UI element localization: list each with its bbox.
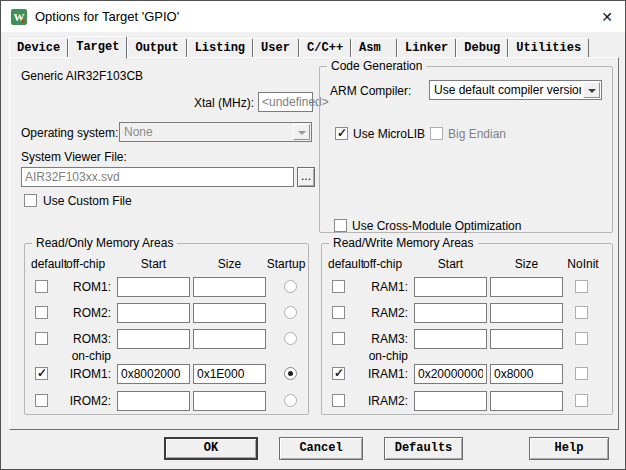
column-header-offchip: off-chip: [363, 257, 402, 271]
irom1-label: IROM1:: [67, 367, 111, 381]
code-generation-title: Code Generation: [327, 59, 426, 73]
ram2-size-input[interactable]: [490, 303, 563, 323]
iram1-size-input[interactable]: [490, 364, 563, 384]
ram1-start-input[interactable]: [414, 277, 487, 297]
ram3-noinit-checkbox[interactable]: [575, 332, 588, 345]
tab-utilities[interactable]: Utilities: [508, 38, 589, 58]
defaults-button[interactable]: Defaults: [384, 437, 463, 460]
ram2-default-checkbox[interactable]: [332, 306, 345, 319]
iram2-size-input[interactable]: [490, 391, 563, 411]
ram3-label: RAM3:: [364, 332, 408, 346]
iram1-start-input[interactable]: [414, 364, 487, 384]
irom2-start-input[interactable]: [117, 391, 190, 411]
arm-compiler-select[interactable]: Use default compiler version 5: [429, 80, 602, 100]
xtal-input[interactable]: <undefined>: [258, 92, 313, 112]
irom2-startup-radio[interactable]: [284, 394, 297, 407]
column-header-start: Start: [117, 257, 190, 271]
onchip-label: on-chip: [364, 349, 408, 363]
dialog-title: Options for Target 'GPIO': [35, 9, 179, 24]
ram3-size-input[interactable]: [490, 329, 563, 349]
tab-device[interactable]: Device: [9, 38, 68, 58]
ram2-noinit-checkbox[interactable]: [575, 306, 588, 319]
rom3-label: ROM3:: [67, 332, 111, 346]
cross-module-optimization-checkbox[interactable]: [334, 219, 347, 232]
rom1-start-input[interactable]: [117, 277, 190, 297]
tab-ccpp[interactable]: C/C++: [299, 38, 351, 58]
iram2-start-input[interactable]: [414, 391, 487, 411]
titlebar: W Options for Target 'GPIO' ✕: [1, 1, 625, 32]
cancel-button[interactable]: Cancel: [279, 437, 363, 460]
ram1-size-input[interactable]: [490, 277, 563, 297]
rom2-startup-radio[interactable]: [284, 306, 297, 319]
rom2-start-input[interactable]: [117, 303, 190, 323]
column-header-default: default: [31, 257, 67, 271]
rom2-default-checkbox[interactable]: [35, 306, 48, 319]
iram2-label: IRAM2:: [364, 394, 408, 408]
iram2-noinit-checkbox[interactable]: [575, 394, 588, 407]
rom3-startup-radio[interactable]: [284, 332, 297, 345]
rom2-label: ROM2:: [67, 306, 111, 320]
rom1-size-input[interactable]: [193, 277, 266, 297]
tab-linker[interactable]: Linker: [397, 38, 456, 58]
ram1-default-checkbox[interactable]: [332, 280, 345, 293]
ok-button[interactable]: OK: [164, 437, 258, 460]
iram1-noinit-checkbox[interactable]: [575, 367, 588, 380]
irom1-start-input[interactable]: [117, 364, 190, 384]
irom2-label: IROM2:: [67, 394, 111, 408]
operating-system-value: None: [124, 125, 291, 139]
rom1-startup-radio[interactable]: [284, 280, 297, 293]
use-microlib-label: Use MicroLIB: [353, 127, 425, 141]
rom1-default-checkbox[interactable]: [35, 280, 48, 293]
tab-user[interactable]: User: [253, 38, 299, 58]
read-only-memory-group: Read/Only Memory Areas default off-chip …: [24, 243, 309, 415]
system-viewer-file-label: System Viewer File:: [21, 150, 127, 164]
arm-compiler-label: ARM Compiler:: [330, 84, 411, 98]
ram3-default-checkbox[interactable]: [332, 332, 345, 345]
column-header-start: Start: [414, 257, 487, 271]
column-header-size: Size: [490, 257, 563, 271]
chevron-down-icon[interactable]: [293, 124, 310, 140]
irom1-size-input[interactable]: [193, 364, 266, 384]
browse-svd-button[interactable]: ...: [297, 167, 315, 187]
rom2-size-input[interactable]: [193, 303, 266, 323]
irom2-default-checkbox[interactable]: [35, 394, 48, 407]
close-icon[interactable]: ✕: [597, 7, 617, 27]
rom3-default-checkbox[interactable]: [35, 332, 48, 345]
xtal-label: Xtal (MHz):: [161, 96, 254, 110]
iram2-default-checkbox[interactable]: [332, 394, 345, 407]
rom1-label: ROM1:: [67, 280, 111, 294]
code-generation-group: Code Generation ARM Compiler: Use defaul…: [319, 66, 613, 233]
column-header-size: Size: [193, 257, 266, 271]
tab-bar: Device Target Output Listing User C/C++ …: [9, 36, 589, 58]
rom3-size-input[interactable]: [193, 329, 266, 349]
irom1-default-checkbox[interactable]: [35, 367, 48, 380]
keil-uvision-icon: W: [11, 9, 27, 25]
ram3-start-input[interactable]: [414, 329, 487, 349]
chevron-down-icon[interactable]: [583, 82, 600, 98]
help-button[interactable]: Help: [529, 437, 609, 460]
svd-file-input[interactable]: AIR32F103xx.svd: [21, 167, 294, 187]
tab-asm[interactable]: Asm: [351, 38, 397, 58]
irom2-size-input[interactable]: [193, 391, 266, 411]
column-header-offchip: off-chip: [66, 257, 105, 271]
operating-system-label: Operating system:: [21, 126, 118, 140]
tab-debug[interactable]: Debug: [456, 38, 508, 58]
read-write-memory-title: Read/Write Memory Areas: [329, 236, 478, 250]
iram1-default-checkbox[interactable]: [332, 367, 345, 380]
iram1-label: IRAM1:: [364, 367, 408, 381]
rom3-start-input[interactable]: [117, 329, 190, 349]
ram2-start-input[interactable]: [414, 303, 487, 323]
tab-listing[interactable]: Listing: [187, 38, 253, 58]
tab-output[interactable]: Output: [127, 38, 186, 58]
ram1-noinit-checkbox[interactable]: [575, 280, 588, 293]
arm-compiler-value: Use default compiler version 5: [434, 83, 581, 97]
ram1-label: RAM1:: [364, 280, 408, 294]
tab-target[interactable]: Target: [68, 36, 127, 59]
column-header-noinit: NoInit: [560, 257, 606, 271]
device-name-label: Generic AIR32F103CB: [21, 69, 143, 83]
use-microlib-checkbox[interactable]: [335, 127, 348, 140]
options-dialog: W Options for Target 'GPIO' ✕ Device Tar…: [0, 0, 626, 470]
use-custom-file-checkbox[interactable]: [24, 194, 37, 207]
irom1-startup-radio[interactable]: [284, 367, 297, 380]
operating-system-select[interactable]: None: [119, 122, 312, 142]
